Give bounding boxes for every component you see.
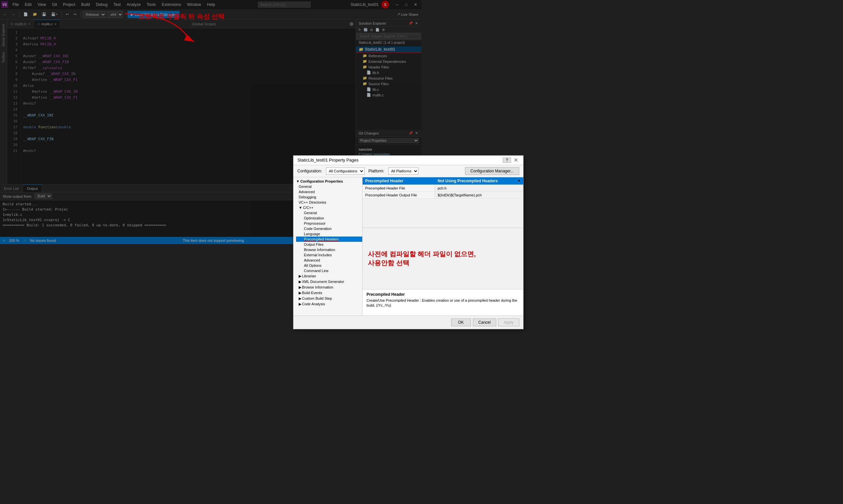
prop-row-pch-file: Precompiled Header File pch.h: [363, 185, 422, 192]
prop-header-name: Precompiled Header: [363, 177, 422, 184]
tree-language[interactable]: Language: [296, 231, 362, 236]
platform-label: Platform:: [368, 169, 384, 173]
tree-precompiled-headers[interactable]: Precompiled Headers: [296, 236, 362, 242]
annotation-no-header-1: 사전에 컴파일할 헤더 파일이 없으면,: [368, 249, 422, 252]
prop-name-pch-file: Precompiled Header File: [363, 185, 422, 192]
tree-output-files[interactable]: Output Files: [296, 242, 362, 247]
tree-browse-information[interactable]: Browse Information: [296, 247, 362, 252]
modal-properties-content: Precompiled Header Not Using Precompiled…: [363, 177, 422, 252]
tree-vc-dirs[interactable]: VC++ Directories: [293, 200, 362, 205]
annotation-area: 사전에 컴파일할 헤더 파일이 없으면, 사용안함 선택: [363, 228, 422, 252]
modal-title: StaticLib_test01 Property Pages: [297, 158, 359, 163]
prop-name-pch-output: Precompiled Header Output File: [363, 192, 422, 198]
tree-cpp-general[interactable]: General: [296, 210, 362, 215]
tree-root-label: Configuration Properties: [300, 179, 343, 183]
modal-config-row: Configuration: All Configurations Platfo…: [293, 165, 422, 177]
tree-cpp-children: General Optimization Preprocessor Code G…: [293, 210, 362, 252]
tree-root[interactable]: ▼ Configuration Properties: [293, 179, 362, 184]
expand-icon-root: ▼: [296, 179, 300, 183]
configuration-select[interactable]: All Configurations: [326, 167, 364, 175]
modal-titlebar: StaticLib_test01 Property Pages ? ✕: [293, 156, 422, 165]
tree-cpp[interactable]: ▼ C/C++: [293, 205, 362, 210]
tree-preprocessor[interactable]: Preprocessor: [296, 221, 362, 226]
tree-debugging[interactable]: Debugging: [293, 194, 362, 200]
property-tree: ▼ Configuration Properties General Advan…: [293, 177, 363, 252]
prop-header-row: Precompiled Header Not Using Precompiled…: [363, 177, 422, 185]
expand-icon-cpp: ▼: [299, 205, 302, 210]
modal-overlay: StaticLib_test01 Property Pages ? ✕ Conf…: [0, 0, 422, 252]
tree-code-generation[interactable]: Code Generation: [296, 226, 362, 231]
prop-row-pch-output: Precompiled Header Output File $(IntDir)…: [363, 192, 422, 199]
config-label: Configuration:: [297, 169, 322, 173]
tree-optimization[interactable]: Optimization: [296, 215, 362, 221]
tree-advanced-1[interactable]: Advanced: [293, 189, 362, 194]
modal-body: ▼ Configuration Properties General Advan…: [293, 177, 422, 252]
property-pages-modal: StaticLib_test01 Property Pages ? ✕ Conf…: [293, 155, 422, 252]
tree-general-1[interactable]: General: [293, 184, 362, 189]
platform-select[interactable]: All Platforms: [388, 167, 418, 175]
properties-grid: Precompiled Header Not Using Precompiled…: [363, 177, 422, 228]
